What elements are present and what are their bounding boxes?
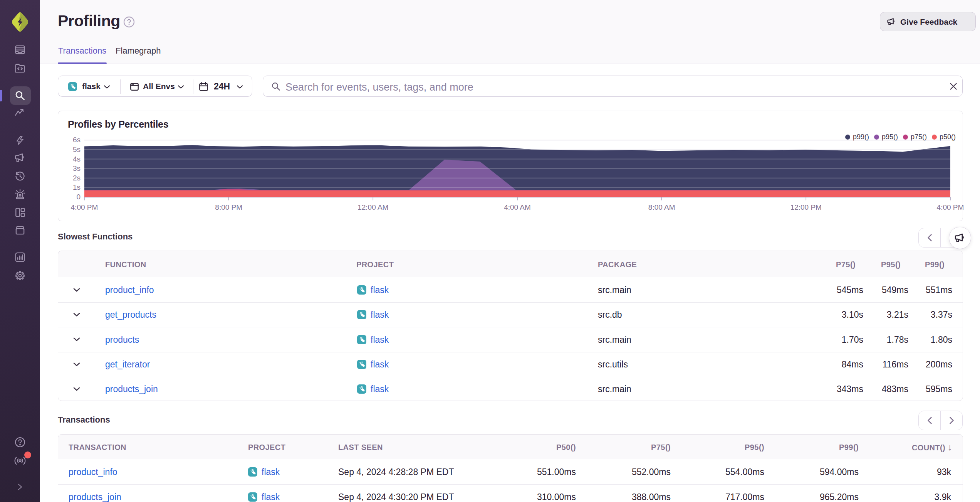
svg-text:12:00 AM: 12:00 AM [357,203,388,211]
svg-text:12:00 PM: 12:00 PM [790,203,822,211]
svg-text:4:00 PM: 4:00 PM [937,203,964,211]
svg-text:4s: 4s [73,155,81,163]
svg-text:6s: 6s [73,136,81,144]
svg-text:8:00 PM: 8:00 PM [215,203,242,211]
svg-text:2s: 2s [73,174,81,182]
svg-text:8:00 AM: 8:00 AM [648,203,675,211]
svg-text:5s: 5s [73,145,81,153]
svg-text:1s: 1s [73,183,81,191]
svg-text:4:00 PM: 4:00 PM [71,203,98,211]
svg-text:4:00 AM: 4:00 AM [504,203,531,211]
svg-text:0: 0 [76,193,81,201]
svg-text:3s: 3s [73,164,81,172]
